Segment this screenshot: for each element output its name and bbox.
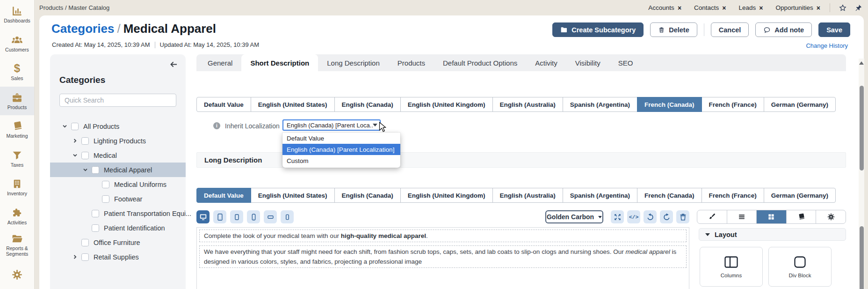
phone-preview-button[interactable] (247, 210, 260, 223)
checkbox[interactable] (81, 152, 89, 159)
tree-row-patient-transportation[interactable]: Patient Transportation Equi... (50, 206, 186, 221)
block-card-div-block[interactable]: Div Block (768, 247, 832, 287)
tab-activity[interactable]: Activity (526, 54, 566, 71)
sidebar-item-activities[interactable]: Activities (0, 202, 34, 231)
cancel-button[interactable]: Cancel (711, 22, 749, 37)
lang-tab-english-canada[interactable]: English (Canada) (334, 188, 401, 203)
tree-row-retail-supplies[interactable]: Retail Supplies (50, 250, 186, 264)
checkbox[interactable] (102, 195, 109, 203)
dropdown-option-parent-localization[interactable]: English (Canada) [Parent Localization] (282, 144, 400, 155)
lang-tab-default-value[interactable]: Default Value (196, 188, 251, 203)
desktop-preview-button[interactable] (196, 210, 210, 223)
dropdown-option-default-value[interactable]: Default Value (282, 133, 400, 144)
lang-tab-french-france[interactable]: French (France) (702, 97, 764, 112)
tab-seo[interactable]: SEO (609, 54, 642, 71)
lang-tab-default-value[interactable]: Default Value (196, 97, 251, 112)
lang-tab-french-france[interactable]: French (France) (702, 188, 764, 203)
sidebar-item-sales[interactable]: $ Sales (0, 58, 34, 87)
lang-tab-english-uk[interactable]: English (United Kingdom) (400, 97, 493, 112)
checkbox[interactable] (92, 210, 99, 217)
checkbox[interactable] (81, 137, 89, 145)
undo-button[interactable] (644, 210, 657, 223)
tree-row-medical-uniforms[interactable]: Medical Uniforms (50, 177, 186, 192)
chevron-down-icon[interactable] (72, 153, 81, 158)
scrollbar-thumb[interactable] (860, 86, 864, 170)
scrollbar-up-arrow[interactable] (859, 61, 864, 65)
inherit-localization-select[interactable]: English (Canada) [Parent Loca... (282, 119, 381, 131)
recent-tab-contacts[interactable]: Contacts× (694, 4, 726, 12)
lang-tab-german-germany[interactable]: German (Germany) (764, 188, 836, 203)
recent-tab-leads[interactable]: Leads× (739, 4, 763, 12)
theme-select-button[interactable]: Golden Carbon (545, 210, 603, 223)
tab-products[interactable]: Products (389, 54, 434, 71)
blocks-panel-button[interactable] (756, 210, 786, 223)
tree-row-patient-identification[interactable]: Patient Identification (50, 221, 186, 235)
chevron-down-icon[interactable] (83, 167, 92, 172)
checkbox[interactable] (81, 239, 89, 246)
tree-row-all-products[interactable]: All Products (50, 119, 186, 133)
sidebar-item-products[interactable]: Products (0, 87, 34, 116)
style-manager-button[interactable] (697, 210, 727, 223)
sidebar-item-dashboards[interactable]: Dashboards (0, 0, 34, 29)
close-icon[interactable]: × (722, 4, 726, 12)
tab-visibility[interactable]: Visibility (566, 54, 609, 71)
checkbox[interactable] (92, 224, 99, 232)
lang-tab-german-germany[interactable]: German (Germany) (764, 97, 836, 112)
sidebar-item-marketing[interactable]: Marketing (0, 115, 34, 144)
layout-section-header[interactable]: Layout (699, 228, 846, 241)
recent-tab-opportunities[interactable]: Opportunities× (776, 4, 820, 12)
recent-tab-accounts[interactable]: Accounts× (648, 4, 681, 12)
checkbox[interactable] (81, 253, 89, 261)
dropdown-option-custom[interactable]: Custom (282, 155, 400, 166)
collapse-panel-button[interactable] (169, 59, 179, 69)
clear-content-button[interactable] (676, 210, 689, 223)
sidebar-item-customers[interactable]: Customers (0, 29, 34, 58)
chevron-right-icon[interactable] (72, 254, 81, 259)
tree-row-footwear[interactable]: Footwear (50, 192, 186, 206)
pages-button[interactable] (786, 210, 816, 223)
close-icon[interactable]: × (759, 4, 763, 12)
lang-tab-english-canada[interactable]: English (Canada) (334, 97, 401, 112)
chevron-right-icon[interactable] (72, 138, 81, 143)
checkbox[interactable] (92, 166, 99, 174)
checkbox[interactable] (102, 181, 109, 188)
close-icon[interactable]: × (817, 4, 820, 12)
redo-button[interactable] (660, 210, 673, 223)
lang-tab-english-uk[interactable]: English (United Kingdom) (400, 188, 493, 203)
add-note-button[interactable]: Add note (755, 22, 812, 37)
settings-button[interactable] (816, 210, 846, 223)
save-button[interactable]: Save (818, 22, 850, 37)
sidebar-item-settings[interactable] (0, 260, 34, 289)
tree-row-office-furniture[interactable]: Office Furniture (50, 235, 186, 250)
block-card-columns[interactable]: Columns (700, 247, 763, 287)
layer-manager-button[interactable] (727, 210, 757, 223)
lang-tab-french-canada[interactable]: French (Canada) (637, 97, 702, 112)
sidebar-item-inventory[interactable]: Inventory (0, 173, 34, 202)
lang-tab-spanish-argentina[interactable]: Spanish (Argentina) (563, 188, 637, 203)
code-view-button[interactable]: </> (627, 210, 640, 223)
lang-tab-english-us[interactable]: English (United States) (251, 188, 335, 203)
create-subcategory-button[interactable]: Create Subcategory (552, 22, 644, 37)
checkbox[interactable] (71, 123, 79, 130)
delete-button[interactable]: Delete (650, 22, 697, 37)
editor-paragraph-1[interactable]: Complete the look of your medical team w… (199, 230, 687, 242)
sidebar-item-reports-segments[interactable]: Reports & Segments (0, 230, 34, 259)
tablet-small-preview-button[interactable] (230, 210, 243, 223)
tab-long-description[interactable]: Long Description (318, 54, 389, 71)
sidebar-item-taxes[interactable]: Taxes (0, 144, 34, 173)
quick-search-input[interactable] (59, 94, 176, 107)
fullscreen-button[interactable] (611, 210, 624, 223)
editor-paragraph-2[interactable]: We have everything that your staff might… (199, 245, 687, 268)
phone-landscape-preview-button[interactable] (264, 210, 277, 223)
tablet-preview-button[interactable] (213, 210, 226, 223)
page-title-categories-link[interactable]: Categories (51, 22, 114, 36)
tree-row-lighting-products[interactable]: Lighting Products (50, 133, 186, 148)
change-history-link[interactable]: Change History (806, 42, 848, 49)
phone-small-preview-button[interactable] (281, 210, 294, 223)
chevron-down-icon[interactable] (62, 124, 71, 129)
lang-tab-english-australia[interactable]: English (Australia) (492, 97, 563, 112)
star-icon[interactable] (839, 4, 847, 12)
scrollbar-thumb-lower[interactable] (860, 226, 864, 289)
close-icon[interactable]: × (678, 4, 681, 12)
pin-icon[interactable] (854, 4, 862, 12)
